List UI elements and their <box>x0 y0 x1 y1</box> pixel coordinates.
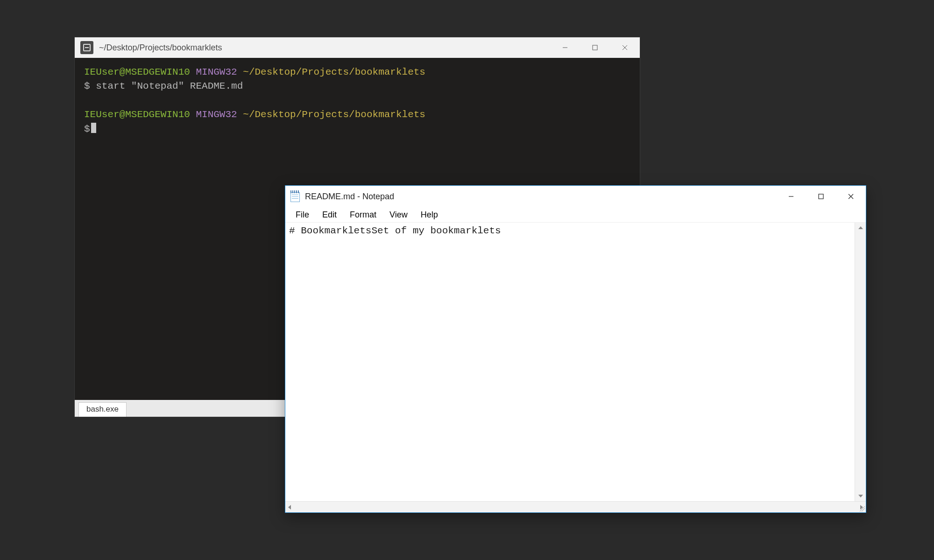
notepad-menubar: File Edit Format View Help <box>285 207 866 222</box>
terminal-command-1: start "Notepad" README.md <box>96 81 243 91</box>
menu-format[interactable]: Format <box>343 209 383 221</box>
maximize-button[interactable] <box>580 37 610 58</box>
prompt-env: MINGW32 <box>196 67 237 77</box>
terminal-titlebar[interactable]: ~/Desktop/Projects/bookmarklets <box>75 37 640 58</box>
terminal-tab[interactable]: bash.exe <box>78 402 127 417</box>
scroll-up-icon[interactable] <box>855 223 866 233</box>
close-button[interactable] <box>610 37 640 58</box>
notepad-window: README.md - Notepad File Edit Format Vie… <box>285 185 866 513</box>
notepad-app-icon <box>290 190 300 203</box>
notepad-editor-area: # BookmarkletsSet of my bookmarklets <box>285 222 866 501</box>
notepad-window-controls <box>776 186 866 207</box>
terminal-window-controls <box>550 37 640 58</box>
prompt-path: ~/Desktop/Projects/bookmarklets <box>243 67 425 77</box>
menu-file[interactable]: File <box>289 209 316 221</box>
prompt-env: MINGW32 <box>196 109 237 120</box>
minimize-button[interactable] <box>550 37 580 58</box>
minimize-button[interactable] <box>776 186 806 207</box>
prompt-path: ~/Desktop/Projects/bookmarklets <box>243 109 425 120</box>
prompt-user-host: IEUser@MSEDGEWIN10 <box>84 109 190 120</box>
menu-edit[interactable]: Edit <box>316 209 343 221</box>
scroll-left-icon[interactable] <box>288 505 291 510</box>
horizontal-scrollbar[interactable] <box>285 501 866 512</box>
terminal-cursor <box>91 123 96 133</box>
terminal-title: ~/Desktop/Projects/bookmarklets <box>98 43 550 53</box>
prompt-user-host: IEUser@MSEDGEWIN10 <box>84 67 190 77</box>
vertical-scrollbar[interactable] <box>855 223 866 501</box>
prompt-symbol: $ <box>84 124 90 134</box>
svg-rect-1 <box>593 45 597 50</box>
menu-help[interactable]: Help <box>414 209 445 221</box>
resize-grip-icon[interactable] <box>858 505 865 511</box>
maximize-button[interactable] <box>806 186 836 207</box>
notepad-title: README.md - Notepad <box>305 192 776 202</box>
close-button[interactable] <box>836 186 866 207</box>
notepad-text-content[interactable]: # BookmarkletsSet of my bookmarklets <box>285 223 855 501</box>
menu-view[interactable]: View <box>383 209 414 221</box>
notepad-titlebar[interactable]: README.md - Notepad <box>285 186 866 207</box>
scroll-down-icon[interactable] <box>855 491 866 501</box>
svg-rect-2 <box>819 194 823 199</box>
terminal-app-icon <box>80 41 93 54</box>
prompt-symbol: $ <box>84 81 90 91</box>
